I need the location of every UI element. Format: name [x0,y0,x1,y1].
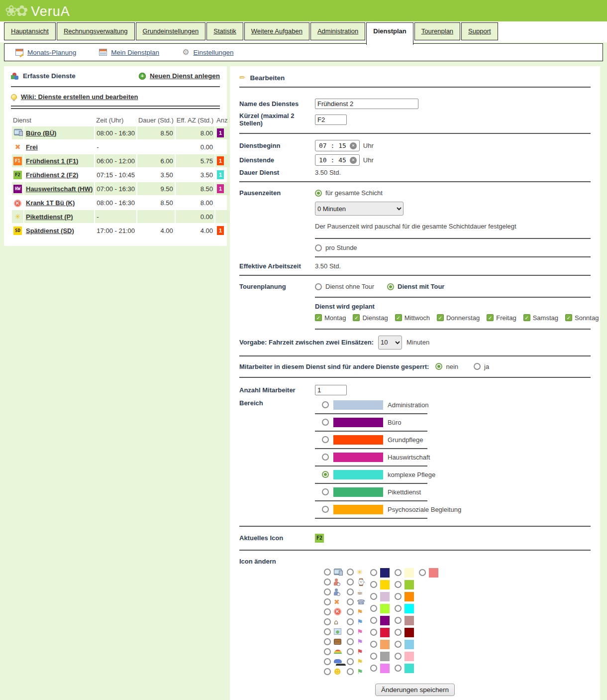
icon-choice-radio[interactable] [347,668,354,675]
service-link[interactable]: Büro (BÜ) [26,129,56,137]
icon-choice-radio[interactable] [324,598,331,605]
gesperrt-ja-radio[interactable] [474,363,481,370]
icon-choice-picture-icon[interactable] [324,628,342,636]
icon-choice-rainbow-icon[interactable] [324,648,342,656]
icon-choice-radio[interactable] [324,618,331,625]
color-choice-ff8c00[interactable] [395,592,414,601]
color-choice-radio[interactable] [395,629,402,636]
icon-choice-radio[interactable] [347,598,354,605]
color-choice-a3a3a3[interactable] [370,652,390,661]
clear-time-icon[interactable] [350,157,357,164]
color-choice-87ceeb[interactable] [395,640,414,649]
bereich-option-grundpflege[interactable]: Grundpflege [315,432,591,448]
icon-choice-chest-icon[interactable] [324,638,342,646]
subnav-link[interactable]: Monats-Planung [27,49,76,56]
icon-choice-radio[interactable] [347,618,354,625]
subnav-item-monats-planung[interactable]: Monats-Planung [15,49,76,56]
checkbox-samstag[interactable] [523,314,530,321]
icon-choice-alarm-clock-icon[interactable]: ⌚ [347,578,365,586]
dienst-mit-tour-radio[interactable] [387,283,394,290]
icon-choice-flag-violet-icon[interactable]: ⚑ [347,638,365,646]
bereich-radio[interactable] [322,419,329,426]
icon-choice-coffee-icon[interactable]: ☕ [347,588,365,596]
icon-choice-radio[interactable] [347,608,354,615]
checkbox-mittwoch[interactable] [395,314,402,321]
bereich-option-psychosoziale-begleitung[interactable]: Psychosoziale Begleitung [315,501,591,518]
pause-minutes-select[interactable]: 0 Minuten [315,202,404,216]
bereich-radio[interactable] [322,454,329,461]
checkbox-dienstag[interactable] [353,314,360,321]
color-choice-radio[interactable] [370,629,377,636]
subnav-item-einstellungen[interactable]: ⚙Einstellungen [182,48,233,56]
kuerzel-input[interactable] [315,115,347,125]
icon-choice-house-icon[interactable]: ⌂ [324,618,342,626]
tab-statistik[interactable]: Statistik [206,22,243,40]
color-choice-40e0d0[interactable] [395,664,414,673]
icon-choice-flag-red-icon[interactable]: ⚑ [347,648,365,656]
tab-tourenplan[interactable]: Tourenplan [414,22,460,40]
service-link[interactable]: Krank 1T Bü (K) [26,199,75,207]
service-link[interactable]: Hausweritschaft (HW) [26,185,93,193]
color-choice-radio[interactable] [370,593,377,600]
color-choice-radio[interactable] [370,665,377,672]
gesperrt-nein-radio[interactable] [435,363,442,370]
icon-choice-radio[interactable] [347,579,354,585]
color-choice-radio[interactable] [395,593,402,600]
service-link[interactable]: Frühdienst 1 (F1) [26,157,78,165]
dienst-ohne-tour-radio[interactable] [315,283,322,290]
icon-choice-radio[interactable] [347,628,354,635]
icon-choice-person-clock-blue-icon[interactable] [324,588,342,596]
icon-choice-flag-yellow-icon[interactable]: ⚑ [347,658,365,666]
color-choice-radio[interactable] [395,641,402,648]
checkbox-donnerstag[interactable] [437,314,444,321]
bereich-option-komplexe-pflege[interactable]: komplexe Pflege [315,467,591,483]
icon-choice-flag-blue-icon[interactable]: ⚑ [347,618,365,626]
subnav-link[interactable]: Mein Dienstplan [111,49,159,56]
color-choice-radio[interactable] [395,581,402,588]
icon-choice-asterisk-icon[interactable]: ✳ [347,568,365,576]
bereich-option-hauswirtschaft[interactable]: Hauswirtschaft [315,449,591,466]
tab-hauptansicht[interactable]: Hauptansicht [4,22,56,40]
icon-choice-radio[interactable] [324,658,331,665]
pause-shift-radio[interactable] [315,190,322,197]
color-choice-ffb6c1[interactable] [395,652,414,661]
icon-choice-flag-green-icon[interactable]: ⚑ [347,668,365,676]
tab-rechnungsverwaltung[interactable]: Rechnungsverwaltung [57,22,135,40]
dienstbeginn-input[interactable]: 07 : 15 [315,140,360,151]
color-choice-radio[interactable] [370,569,377,576]
color-choice-radio[interactable] [370,605,377,612]
wiki-link[interactable]: Wiki: Dienste erstellen und bearbeiten [21,93,138,101]
save-button[interactable]: Änderungen speichern [375,684,455,696]
color-choice-radio[interactable] [395,617,402,624]
clear-time-icon[interactable] [350,142,357,149]
color-choice-800080[interactable] [370,616,390,625]
color-choice-f4a460[interactable] [370,640,390,649]
anzahl-mitarbeiter-input[interactable] [315,385,347,395]
color-choice-radio[interactable] [395,653,402,660]
icon-choice-computer-icon[interactable] [324,568,342,576]
color-choice-radio[interactable] [395,665,402,672]
tab-grundeinstellungen[interactable]: Grundeinstellungen [136,22,206,40]
bereich-radio[interactable] [322,401,329,408]
color-choice-dc143c[interactable] [370,628,390,637]
subnav-item-mein-dienstplan[interactable]: Mein Dienstplan [99,49,159,56]
icon-choice-person-clock-red-icon[interactable] [324,578,342,586]
service-link[interactable]: Pikettdienst (P) [26,213,73,221]
icon-choice-radio[interactable] [324,668,331,675]
icon-choice-radio[interactable] [324,579,331,585]
checkbox-freitag[interactable] [487,314,494,321]
icon-choice-flag-pink-icon[interactable]: ⚑ [347,628,365,636]
bereich-option-pikettdienst[interactable]: Pikettdienst [315,484,591,500]
service-link[interactable]: Spätdienst (SD) [26,227,74,234]
color-choice-radio[interactable] [370,653,377,660]
icon-choice-radio[interactable] [324,608,331,615]
tab-weitere-aufgaben[interactable]: Weitere Aufgaben [244,22,309,40]
color-choice-fffacd[interactable] [395,568,414,578]
checkbox-sonntag[interactable] [565,314,572,321]
icon-choice-flag-orange-icon[interactable]: ⚑ [347,608,365,616]
icon-choice-radio[interactable] [324,648,331,655]
bereich-option-administration[interactable]: Administration [315,397,591,413]
new-service-link[interactable]: Neuen Dienst anlegen [150,72,220,80]
color-choice-bc8f8f[interactable] [395,616,414,625]
icon-choice-radio[interactable] [347,638,354,645]
